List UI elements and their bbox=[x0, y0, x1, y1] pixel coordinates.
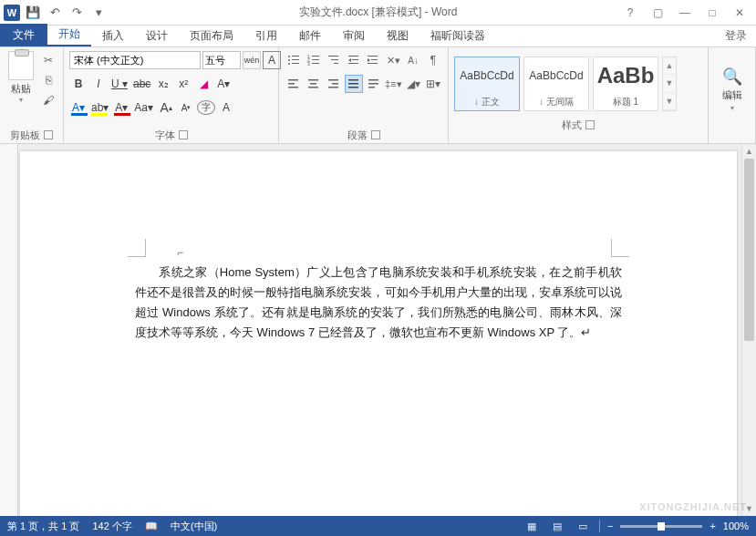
scroll-up-icon[interactable]: ▲ bbox=[742, 144, 756, 159]
vertical-ruler[interactable] bbox=[0, 144, 18, 516]
status-word-count[interactable]: 142 个字 bbox=[92, 520, 131, 533]
zoom-slider[interactable] bbox=[620, 525, 702, 528]
clear-format-icon[interactable]: ◢ bbox=[194, 75, 212, 93]
char-border-button[interactable]: A bbox=[263, 51, 281, 69]
bold-button[interactable]: B bbox=[69, 75, 88, 93]
align-justify-button[interactable] bbox=[345, 75, 363, 93]
text-highlight-button[interactable]: A▾ bbox=[214, 75, 233, 93]
show-marks-button[interactable]: ¶ bbox=[424, 51, 442, 69]
tab-file[interactable]: 文件 bbox=[0, 24, 47, 46]
tab-home[interactable]: 开始 bbox=[47, 24, 91, 46]
styles-dialog-launcher[interactable] bbox=[585, 120, 595, 129]
svg-rect-34 bbox=[368, 83, 378, 85]
pinyin-guide-button[interactable]: wén bbox=[243, 51, 261, 69]
close-icon[interactable]: ✕ bbox=[727, 4, 752, 22]
document-body-text[interactable]: 系统之家（Home System）广义上包含了电脑系统安装和手机系统安装，在之前… bbox=[135, 263, 622, 343]
grow-font-button[interactable]: A▴ bbox=[157, 98, 175, 117]
decrease-indent-button[interactable] bbox=[345, 51, 363, 69]
highlight-color-button[interactable]: ab▾ bbox=[89, 98, 110, 117]
underline-button[interactable]: U ▾ bbox=[109, 75, 129, 93]
qat-dropdown-icon[interactable]: ▾ bbox=[89, 4, 108, 22]
italic-button[interactable]: I bbox=[89, 75, 108, 93]
align-left-button[interactable] bbox=[285, 75, 303, 93]
copy-icon[interactable]: ⎘ bbox=[39, 71, 57, 89]
save-icon[interactable]: 💾 bbox=[24, 4, 42, 22]
char-shading-button[interactable]: Aa▾ bbox=[132, 98, 155, 117]
tab-view[interactable]: 视图 bbox=[376, 26, 419, 46]
vertical-scrollbar[interactable]: ▲ ▼ bbox=[741, 144, 756, 516]
chevron-down-icon[interactable]: ▼ bbox=[663, 75, 676, 92]
font-size-select[interactable] bbox=[202, 51, 241, 69]
change-case-button[interactable]: A bbox=[217, 98, 235, 117]
text-effects-button[interactable]: A▾ bbox=[69, 98, 88, 117]
print-layout-view-icon[interactable]: ▦ bbox=[523, 519, 541, 533]
font-dialog-launcher[interactable] bbox=[179, 130, 188, 139]
tab-foxit[interactable]: 福昕阅读器 bbox=[419, 26, 496, 46]
styles-expand-icon[interactable]: ▼ bbox=[663, 93, 676, 110]
font-name-select[interactable] bbox=[69, 51, 201, 69]
ribbon-options-icon[interactable]: ▢ bbox=[645, 4, 670, 22]
clipboard-dialog-launcher[interactable] bbox=[44, 130, 53, 139]
tab-mail[interactable]: 邮件 bbox=[288, 26, 332, 46]
web-layout-view-icon[interactable]: ▭ bbox=[574, 519, 592, 533]
zoom-in-button[interactable]: + bbox=[709, 521, 715, 531]
subscript-button[interactable]: x₂ bbox=[154, 75, 172, 93]
shading-button[interactable]: ◢▾ bbox=[404, 75, 422, 93]
tab-layout[interactable]: 页面布局 bbox=[179, 26, 244, 46]
tab-insert[interactable]: 插入 bbox=[91, 26, 135, 46]
binoculars-icon: 🔍 bbox=[722, 67, 742, 87]
document-page[interactable]: ⌐ 系统之家（Home System）广义上包含了电脑系统安装和手机系统安装，在… bbox=[20, 151, 737, 516]
strike-button[interactable]: abc bbox=[131, 75, 152, 93]
undo-icon[interactable]: ↶ bbox=[46, 4, 64, 22]
tab-review[interactable]: 审阅 bbox=[332, 26, 376, 46]
font-color-button[interactable]: A▾ bbox=[112, 98, 130, 117]
format-painter-icon[interactable]: 🖌 bbox=[39, 91, 57, 109]
scrollbar-thumb[interactable] bbox=[744, 159, 754, 341]
bullets-button[interactable] bbox=[285, 51, 303, 69]
borders-button[interactable]: ⊞▾ bbox=[424, 75, 442, 93]
shrink-font-button[interactable]: A▾ bbox=[177, 98, 195, 117]
svg-rect-7 bbox=[312, 56, 319, 57]
margin-corner-tr bbox=[611, 239, 629, 257]
sort-button[interactable]: A↓ bbox=[404, 51, 422, 69]
proofing-icon[interactable]: 📖 bbox=[145, 521, 158, 532]
redo-icon[interactable]: ↷ bbox=[67, 4, 86, 22]
status-page[interactable]: 第 1 页，共 1 页 bbox=[7, 520, 79, 533]
align-distribute-button[interactable] bbox=[365, 75, 383, 93]
maximize-icon[interactable]: □ bbox=[699, 4, 725, 22]
help-icon[interactable]: ? bbox=[617, 4, 643, 22]
svg-rect-15 bbox=[348, 56, 358, 57]
multilevel-list-button[interactable] bbox=[325, 51, 343, 69]
zoom-out-button[interactable]: − bbox=[607, 521, 613, 531]
increase-indent-button[interactable] bbox=[365, 51, 383, 69]
align-center-button[interactable] bbox=[305, 75, 323, 93]
tab-design[interactable]: 设计 bbox=[135, 26, 179, 46]
style-heading-1[interactable]: AaBb 标题 1 bbox=[593, 57, 658, 111]
cut-icon[interactable]: ✂ bbox=[39, 51, 57, 69]
svg-point-0 bbox=[288, 56, 290, 57]
paste-button[interactable]: 粘贴 ▾ bbox=[5, 51, 36, 127]
word-app-icon: W bbox=[4, 5, 20, 21]
status-language[interactable]: 中文(中国) bbox=[171, 520, 217, 533]
superscript-button[interactable]: x² bbox=[174, 75, 192, 93]
svg-rect-32 bbox=[348, 87, 358, 88]
svg-rect-9 bbox=[312, 59, 319, 60]
line-spacing-button[interactable]: ‡≡▾ bbox=[384, 75, 402, 93]
read-mode-view-icon[interactable]: ▤ bbox=[548, 519, 566, 533]
enclose-char-button[interactable]: 字 bbox=[197, 100, 215, 115]
chevron-up-icon[interactable]: ▲ bbox=[663, 57, 676, 75]
numbering-button[interactable]: 123 bbox=[305, 51, 323, 69]
minimize-icon[interactable]: — bbox=[672, 4, 698, 22]
style-normal[interactable]: AaBbCcDd ↓ 正文 bbox=[454, 57, 520, 111]
svg-rect-19 bbox=[371, 59, 378, 60]
asian-layout-button[interactable]: ✕▾ bbox=[384, 51, 402, 69]
tab-references[interactable]: 引用 bbox=[244, 26, 288, 46]
style-no-spacing[interactable]: AaBbCcDd ↓ 无间隔 bbox=[523, 57, 589, 111]
paragraph-dialog-launcher[interactable] bbox=[371, 130, 380, 139]
align-right-button[interactable] bbox=[325, 75, 343, 93]
find-button[interactable]: 🔍 编辑 ▾ bbox=[722, 67, 742, 112]
styles-gallery-scroll[interactable]: ▲ ▼ ▼ bbox=[662, 57, 677, 111]
svg-rect-11 bbox=[312, 63, 319, 64]
login-link[interactable]: 登录 bbox=[725, 28, 747, 44]
zoom-level[interactable]: 100% bbox=[723, 521, 749, 531]
